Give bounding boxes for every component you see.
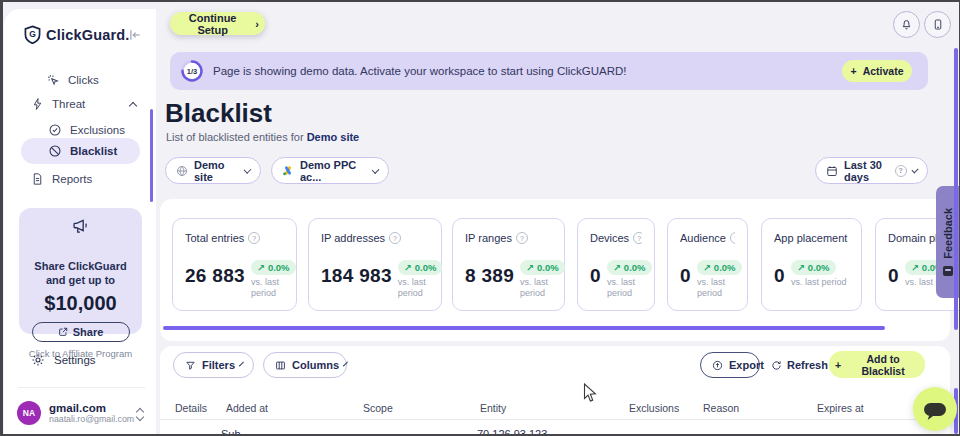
page-scrollbar[interactable] <box>954 48 958 330</box>
export-label: Export <box>729 359 764 371</box>
feedback-label: Feedback <box>942 208 954 259</box>
continue-setup-button[interactable]: Continue Setup › <box>170 12 265 35</box>
window-edge <box>0 0 3 436</box>
filter-icon <box>185 360 196 371</box>
sidebar-item-clicks[interactable]: Clicks <box>46 69 99 91</box>
trend-up-icon: ↗ <box>404 262 412 273</box>
external-link-icon <box>58 327 68 337</box>
brand: G ClickGuard. <box>24 25 130 44</box>
stat-card-app-placement: App placement? 0 ↗0.0%vs. last period <box>761 218 862 311</box>
stat-label: Total entries <box>185 232 244 244</box>
app-window: G ClickGuard. Clicks Threat Exclusions <box>0 0 960 436</box>
sidebar-item-reports[interactable]: Reports <box>31 168 92 190</box>
date-range-selector[interactable]: Last 30 days ? <box>815 157 928 184</box>
device-button[interactable] <box>924 11 951 38</box>
clicks-icon <box>46 73 60 87</box>
filters-button[interactable]: Filters <box>173 352 254 378</box>
progress-label: 1/3 <box>181 60 203 82</box>
avatar: NA <box>17 401 41 425</box>
site-selector[interactable]: Demo site <box>165 157 261 184</box>
svg-text:G: G <box>29 29 36 39</box>
chevron-up-icon <box>129 101 137 109</box>
stat-value: 0 <box>590 266 601 285</box>
ppc-account-label: Demo PPC ac... <box>300 159 365 183</box>
stat-label: Devices <box>590 232 629 244</box>
chat-icon <box>924 403 946 416</box>
chevron-down-icon <box>372 166 380 174</box>
trend-up-icon: ↗ <box>911 262 919 273</box>
column-header-expires-at[interactable]: Expires at <box>817 402 864 414</box>
sidebar-item-settings[interactable]: Settings <box>31 353 96 367</box>
chat-launcher-button[interactable] <box>913 387 957 431</box>
trend-up-icon: ↗ <box>797 262 805 273</box>
chevron-down-icon <box>911 166 918 173</box>
refresh-label: Refresh <box>787 359 828 371</box>
column-header-added-at[interactable]: Added at <box>226 402 268 414</box>
site-selector-label: Demo site <box>194 159 237 183</box>
chevron-right-icon: › <box>255 18 259 30</box>
notifications-button[interactable] <box>893 11 920 38</box>
column-header-exclusions[interactable]: Exclusions <box>629 402 679 414</box>
affiliate-promo-card[interactable]: Share ClickGuard and get up to $10,000 S… <box>19 208 142 334</box>
stat-period: vs. last period <box>697 277 735 299</box>
activate-label: Activate <box>863 65 904 77</box>
horizontal-scrollbar[interactable] <box>163 326 885 330</box>
trend-badge: ↗0.0% <box>697 260 742 275</box>
user-menu[interactable]: NA gmail.com naatali.ro@gmail.com <box>17 401 143 425</box>
sidebar-collapse-icon[interactable] <box>128 28 142 42</box>
reports-icon <box>31 172 44 186</box>
refresh-button[interactable]: Refresh <box>765 352 834 378</box>
activate-button[interactable]: + Activate <box>842 60 912 82</box>
exclusions-icon <box>48 123 62 137</box>
feedback-icon <box>943 266 953 276</box>
continue-setup-label: Continue Setup <box>176 12 249 36</box>
stat-card-ip-ranges: IP ranges? 8 389 ↗0.0%vs. last period <box>452 218 565 311</box>
stat-period: vs. last period <box>791 277 847 288</box>
columns-label: Columns <box>292 359 339 371</box>
info-icon[interactable]: ? <box>730 232 735 244</box>
column-header-scope[interactable]: Scope <box>363 402 393 414</box>
megaphone-icon <box>19 219 142 235</box>
info-icon[interactable]: ? <box>516 232 528 244</box>
share-button-label: Share <box>73 326 104 338</box>
subtitle-target: Demo site <box>307 131 360 143</box>
column-header-reason[interactable]: Reason <box>703 402 739 414</box>
ppc-account-selector[interactable]: Demo PPC ac... <box>271 157 389 184</box>
add-to-blacklist-button[interactable]: + Add to Blacklist <box>829 351 925 378</box>
share-button[interactable]: Share <box>32 322 130 342</box>
brand-name: ClickGuard. <box>46 27 130 43</box>
export-icon <box>712 360 723 371</box>
column-header-details[interactable]: Details <box>175 402 207 414</box>
trend-badge: ↗0.0% <box>607 260 652 275</box>
sidebar-scrollbar[interactable] <box>150 109 153 202</box>
sidebar: G ClickGuard. Clicks Threat Exclusions <box>4 9 156 436</box>
promo-amount: $10,000 <box>19 292 142 315</box>
export-button[interactable]: Export <box>700 352 760 378</box>
gear-icon <box>31 353 45 367</box>
setup-progress-ring: 1/3 <box>181 60 203 82</box>
sidebar-item-threat[interactable]: Threat <box>31 93 136 115</box>
trend-badge: ↗0.0% <box>398 260 443 275</box>
info-icon[interactable]: ? <box>633 232 642 244</box>
calendar-icon <box>826 165 838 177</box>
column-header-entity[interactable]: Entity <box>480 402 506 414</box>
sidebar-item-blacklist[interactable]: Blacklist <box>48 140 117 162</box>
stat-card-devices: Devices? 0 ↗0.0%vs. last period <box>577 218 655 311</box>
divider <box>18 387 145 388</box>
google-ads-icon <box>282 165 294 177</box>
divider <box>160 419 950 420</box>
bell-icon <box>900 18 913 31</box>
globe-icon <box>176 165 188 177</box>
date-range-label: Last 30 days <box>844 159 889 183</box>
stat-value: 26 883 <box>185 266 245 285</box>
page-subtitle: List of blacklisted entities for Demo si… <box>166 131 359 143</box>
stat-period: vs. last period <box>398 277 429 299</box>
banner-message: Page is showing demo data. Activate your… <box>213 65 627 77</box>
columns-button[interactable]: Columns <box>263 352 347 378</box>
info-icon[interactable]: ? <box>248 232 260 244</box>
stat-label: IP addresses <box>321 232 385 244</box>
info-icon[interactable]: ? <box>389 232 401 244</box>
sidebar-item-label: Threat <box>52 98 85 110</box>
sidebar-item-label: Reports <box>52 173 92 185</box>
stat-value: 0 <box>888 266 899 285</box>
